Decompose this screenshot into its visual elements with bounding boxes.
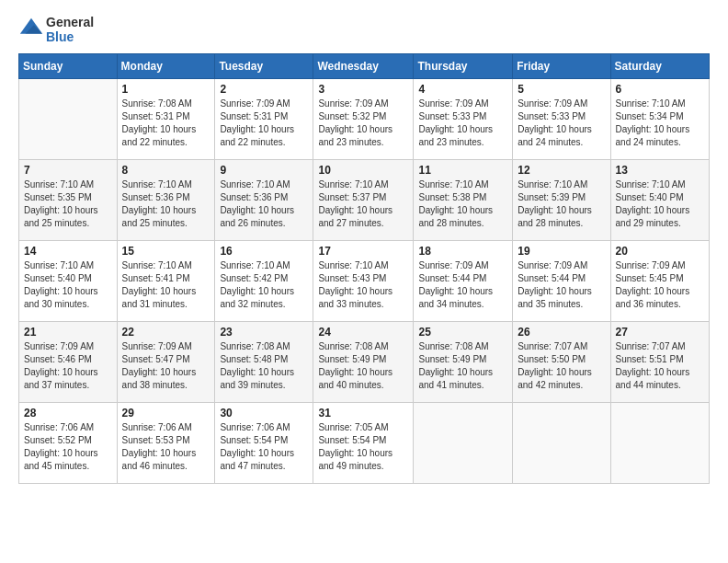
day-number: 14 xyxy=(24,245,112,258)
calendar-cell xyxy=(513,403,610,484)
calendar-header-friday: Friday xyxy=(513,54,610,79)
calendar-cell xyxy=(414,403,513,484)
calendar-cell: 20Sunrise: 7:09 AM Sunset: 5:45 PM Dayli… xyxy=(610,241,709,322)
day-info: Sunrise: 7:09 AM Sunset: 5:33 PM Dayligh… xyxy=(418,98,507,149)
day-info: Sunrise: 7:10 AM Sunset: 5:43 PM Dayligh… xyxy=(318,259,408,311)
day-info: Sunrise: 7:07 AM Sunset: 5:51 PM Dayligh… xyxy=(616,340,704,392)
calendar-cell: 4Sunrise: 7:09 AM Sunset: 5:33 PM Daylig… xyxy=(414,79,513,160)
day-number: 1 xyxy=(122,83,210,96)
day-number: 24 xyxy=(318,326,408,339)
day-number: 5 xyxy=(518,83,605,96)
calendar-cell: 8Sunrise: 7:10 AM Sunset: 5:36 PM Daylig… xyxy=(117,160,215,241)
day-info: Sunrise: 7:08 AM Sunset: 5:49 PM Dayligh… xyxy=(418,340,507,392)
day-info: Sunrise: 7:09 AM Sunset: 5:45 PM Dayligh… xyxy=(616,259,704,311)
day-info: Sunrise: 7:09 AM Sunset: 5:32 PM Dayligh… xyxy=(318,98,408,149)
day-info: Sunrise: 7:07 AM Sunset: 5:50 PM Dayligh… xyxy=(518,340,605,392)
calendar-cell: 18Sunrise: 7:09 AM Sunset: 5:44 PM Dayli… xyxy=(414,241,513,322)
day-number: 30 xyxy=(220,407,308,419)
day-info: Sunrise: 7:10 AM Sunset: 5:41 PM Dayligh… xyxy=(122,259,210,311)
calendar-week-3: 14Sunrise: 7:10 AM Sunset: 5:40 PM Dayli… xyxy=(19,241,710,322)
calendar-header-sunday: Sunday xyxy=(19,54,118,79)
calendar-week-2: 7Sunrise: 7:10 AM Sunset: 5:35 PM Daylig… xyxy=(19,160,710,241)
day-info: Sunrise: 7:10 AM Sunset: 5:36 PM Dayligh… xyxy=(122,178,210,230)
logo-text: General Blue xyxy=(46,15,94,44)
day-info: Sunrise: 7:10 AM Sunset: 5:37 PM Dayligh… xyxy=(318,178,408,230)
day-info: Sunrise: 7:08 AM Sunset: 5:49 PM Dayligh… xyxy=(318,340,408,392)
day-number: 3 xyxy=(318,83,408,96)
calendar-header-wednesday: Wednesday xyxy=(313,54,414,79)
logo-icon xyxy=(18,17,44,42)
day-info: Sunrise: 7:05 AM Sunset: 5:54 PM Dayligh… xyxy=(318,421,408,473)
calendar-cell: 29Sunrise: 7:06 AM Sunset: 5:53 PM Dayli… xyxy=(117,403,215,484)
day-number: 21 xyxy=(24,326,112,339)
day-number: 19 xyxy=(518,245,605,258)
day-number: 28 xyxy=(24,407,112,419)
calendar-cell: 19Sunrise: 7:09 AM Sunset: 5:44 PM Dayli… xyxy=(513,241,610,322)
calendar-cell: 15Sunrise: 7:10 AM Sunset: 5:41 PM Dayli… xyxy=(117,241,215,322)
calendar-cell: 28Sunrise: 7:06 AM Sunset: 5:52 PM Dayli… xyxy=(19,403,118,484)
calendar-cell: 5Sunrise: 7:09 AM Sunset: 5:33 PM Daylig… xyxy=(513,79,610,160)
day-info: Sunrise: 7:10 AM Sunset: 5:40 PM Dayligh… xyxy=(616,178,704,230)
day-number: 22 xyxy=(122,326,210,339)
calendar-week-1: 1Sunrise: 7:08 AM Sunset: 5:31 PM Daylig… xyxy=(19,79,710,160)
header: General Blue xyxy=(18,15,710,44)
day-number: 6 xyxy=(616,83,704,96)
day-info: Sunrise: 7:10 AM Sunset: 5:36 PM Dayligh… xyxy=(220,178,308,230)
day-number: 16 xyxy=(220,245,308,258)
day-info: Sunrise: 7:10 AM Sunset: 5:38 PM Dayligh… xyxy=(418,178,507,230)
day-number: 18 xyxy=(418,245,507,258)
calendar-cell xyxy=(610,403,709,484)
calendar-header-row: SundayMondayTuesdayWednesdayThursdayFrid… xyxy=(19,54,710,79)
calendar-cell: 17Sunrise: 7:10 AM Sunset: 5:43 PM Dayli… xyxy=(313,241,414,322)
day-info: Sunrise: 7:06 AM Sunset: 5:54 PM Dayligh… xyxy=(220,421,308,473)
day-info: Sunrise: 7:10 AM Sunset: 5:39 PM Dayligh… xyxy=(518,178,605,230)
day-info: Sunrise: 7:08 AM Sunset: 5:48 PM Dayligh… xyxy=(220,340,308,392)
page: General Blue SundayMondayTuesdayWednesda… xyxy=(0,0,728,563)
calendar-header-tuesday: Tuesday xyxy=(215,54,313,79)
calendar-cell: 6Sunrise: 7:10 AM Sunset: 5:34 PM Daylig… xyxy=(610,79,709,160)
day-number: 13 xyxy=(616,164,704,177)
day-number: 23 xyxy=(220,326,308,339)
day-number: 4 xyxy=(418,83,507,96)
logo-area: General Blue xyxy=(18,15,94,44)
calendar-cell: 27Sunrise: 7:07 AM Sunset: 5:51 PM Dayli… xyxy=(610,322,709,403)
day-number: 15 xyxy=(122,245,210,258)
day-info: Sunrise: 7:06 AM Sunset: 5:53 PM Dayligh… xyxy=(122,421,210,473)
calendar-cell: 11Sunrise: 7:10 AM Sunset: 5:38 PM Dayli… xyxy=(414,160,513,241)
day-number: 25 xyxy=(418,326,507,339)
calendar-cell: 16Sunrise: 7:10 AM Sunset: 5:42 PM Dayli… xyxy=(215,241,313,322)
calendar-cell: 24Sunrise: 7:08 AM Sunset: 5:49 PM Dayli… xyxy=(313,322,414,403)
calendar-cell: 21Sunrise: 7:09 AM Sunset: 5:46 PM Dayli… xyxy=(19,322,118,403)
day-info: Sunrise: 7:10 AM Sunset: 5:34 PM Dayligh… xyxy=(616,98,704,149)
calendar-table: SundayMondayTuesdayWednesdayThursdayFrid… xyxy=(18,53,710,484)
calendar-cell: 23Sunrise: 7:08 AM Sunset: 5:48 PM Dayli… xyxy=(215,322,313,403)
day-number: 26 xyxy=(518,326,605,339)
day-number: 8 xyxy=(122,164,210,177)
day-info: Sunrise: 7:10 AM Sunset: 5:40 PM Dayligh… xyxy=(24,259,112,311)
calendar-cell: 31Sunrise: 7:05 AM Sunset: 5:54 PM Dayli… xyxy=(313,403,414,484)
day-info: Sunrise: 7:09 AM Sunset: 5:44 PM Dayligh… xyxy=(418,259,507,311)
calendar-cell: 9Sunrise: 7:10 AM Sunset: 5:36 PM Daylig… xyxy=(215,160,313,241)
calendar-cell: 30Sunrise: 7:06 AM Sunset: 5:54 PM Dayli… xyxy=(215,403,313,484)
day-number: 7 xyxy=(24,164,112,177)
calendar-header-thursday: Thursday xyxy=(414,54,513,79)
day-info: Sunrise: 7:08 AM Sunset: 5:31 PM Dayligh… xyxy=(122,98,210,149)
day-number: 12 xyxy=(518,164,605,177)
day-number: 2 xyxy=(220,83,308,96)
calendar-cell: 2Sunrise: 7:09 AM Sunset: 5:31 PM Daylig… xyxy=(215,79,313,160)
day-number: 17 xyxy=(318,245,408,258)
calendar-cell: 3Sunrise: 7:09 AM Sunset: 5:32 PM Daylig… xyxy=(313,79,414,160)
calendar-cell xyxy=(19,79,118,160)
day-info: Sunrise: 7:09 AM Sunset: 5:33 PM Dayligh… xyxy=(518,98,605,149)
calendar-cell: 1Sunrise: 7:08 AM Sunset: 5:31 PM Daylig… xyxy=(117,79,215,160)
day-info: Sunrise: 7:10 AM Sunset: 5:35 PM Dayligh… xyxy=(24,178,112,230)
calendar-header-saturday: Saturday xyxy=(610,54,709,79)
calendar-cell: 13Sunrise: 7:10 AM Sunset: 5:40 PM Dayli… xyxy=(610,160,709,241)
calendar-week-4: 21Sunrise: 7:09 AM Sunset: 5:46 PM Dayli… xyxy=(19,322,710,403)
calendar-cell: 7Sunrise: 7:10 AM Sunset: 5:35 PM Daylig… xyxy=(19,160,118,241)
day-info: Sunrise: 7:10 AM Sunset: 5:42 PM Dayligh… xyxy=(220,259,308,311)
day-info: Sunrise: 7:09 AM Sunset: 5:44 PM Dayligh… xyxy=(518,259,605,311)
day-number: 11 xyxy=(418,164,507,177)
calendar-cell: 25Sunrise: 7:08 AM Sunset: 5:49 PM Dayli… xyxy=(414,322,513,403)
calendar-header-monday: Monday xyxy=(117,54,215,79)
